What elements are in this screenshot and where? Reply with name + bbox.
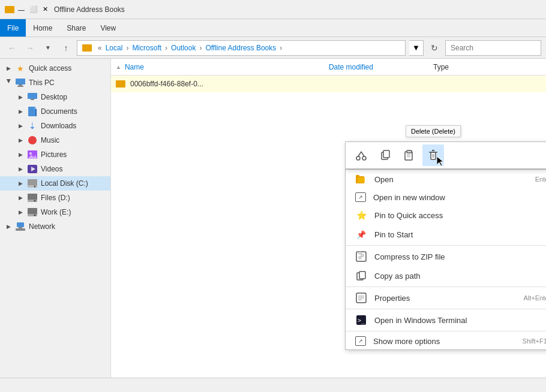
svg-point-9 xyxy=(29,152,32,155)
recent-locations-button[interactable]: ▼ xyxy=(41,41,55,55)
svg-rect-2 xyxy=(17,86,23,87)
sidebar-item-downloads[interactable]: ▶ ⇣ Downloads xyxy=(0,119,110,133)
context-show-more-shortcut: Shift+F10 xyxy=(523,337,546,345)
delete-button[interactable] xyxy=(422,144,444,166)
svg-rect-20 xyxy=(28,214,37,216)
svg-marker-40 xyxy=(437,156,443,166)
files-d-icon xyxy=(28,193,37,203)
col-name-header[interactable]: Name xyxy=(125,63,293,71)
svg-rect-4 xyxy=(31,99,34,100)
back-button[interactable]: ← xyxy=(5,41,19,55)
title-bar: — ⬜ ✕ Offline Address Books xyxy=(0,0,546,19)
compress-zip-icon xyxy=(355,251,367,263)
sidebar-item-pictures[interactable]: ▶ Pictures xyxy=(0,147,110,162)
sidebar-label-music: Music xyxy=(41,136,59,144)
title-maximize-icon[interactable]: ⬜ xyxy=(29,5,38,13)
path-local[interactable]: Local xyxy=(106,44,123,52)
title-minimize-icon[interactable]: — xyxy=(18,6,25,13)
separator-3 xyxy=(346,309,546,309)
main-layout: ▶ ★ Quick access ▶ This PC ▶ xyxy=(0,59,546,378)
sidebar-item-files-d[interactable]: ▶ Files (D:) xyxy=(0,191,110,205)
svg-rect-14 xyxy=(28,185,37,188)
sidebar-item-documents[interactable]: ▶ Documents xyxy=(0,104,110,119)
svg-rect-42 xyxy=(356,175,359,177)
title-close-icon[interactable]: ✕ xyxy=(43,5,48,13)
address-bar: ← → ▼ ↑ « Local › Microsoft › Outlook › … xyxy=(0,37,546,59)
separator-1 xyxy=(346,245,546,246)
context-menu-compress-zip[interactable]: Compress to ZIP file xyxy=(346,247,546,266)
svg-rect-0 xyxy=(16,79,25,85)
context-menu-properties[interactable]: Properties Alt+Enter xyxy=(346,288,546,307)
sidebar-label-this-pc: This PC xyxy=(29,79,55,87)
sidebar-item-videos[interactable]: ▶ Videos xyxy=(0,162,110,176)
files-d-arrow: ▶ xyxy=(17,194,24,201)
context-menu-show-more[interactable]: ↗ Show more options Shift+F10 xyxy=(346,333,546,349)
context-menu: Open Enter ↗ Open in new window ⭐ Pin to… xyxy=(345,169,546,350)
context-menu-open-terminal[interactable]: >_ Open in Windows Terminal xyxy=(346,310,546,330)
copy-button[interactable] xyxy=(374,144,396,166)
refresh-button[interactable]: ↻ xyxy=(427,41,442,55)
path-outlook[interactable]: Outlook xyxy=(171,44,196,52)
separator-4 xyxy=(346,331,546,331)
search-input[interactable] xyxy=(445,40,541,56)
separator-2 xyxy=(346,287,546,287)
context-menu-open[interactable]: Open Enter xyxy=(346,170,546,189)
context-pin-start-label: Pin to Start xyxy=(374,230,413,239)
address-path[interactable]: « Local › Microsoft › Outlook › Offline … xyxy=(77,40,406,56)
menu-item-share[interactable]: Share xyxy=(59,19,93,37)
local-disk-arrow: ▶ xyxy=(17,180,24,187)
menu-bar: File Home Share View xyxy=(0,19,546,37)
documents-arrow: ▶ xyxy=(17,108,24,115)
sidebar-item-local-disk-c[interactable]: ▶ Local Disk (C:) xyxy=(0,176,110,191)
svg-point-15 xyxy=(34,186,36,188)
context-terminal-label: Open in Windows Terminal xyxy=(374,316,467,325)
forward-button[interactable]: → xyxy=(23,41,37,55)
svg-rect-17 xyxy=(28,200,37,202)
table-row[interactable]: 0006bffd-f466-88ef-0... xyxy=(111,76,546,92)
address-dropdown[interactable]: ▼ xyxy=(409,40,424,56)
sidebar-item-quick-access[interactable]: ▶ ★ Quick access xyxy=(0,61,110,76)
context-menu-pin-start[interactable]: 📌 Pin to Start xyxy=(346,225,546,244)
svg-rect-43 xyxy=(358,177,365,183)
sidebar-item-work-e[interactable]: ▶ Work (E:) xyxy=(0,205,110,219)
context-copy-path-label: Copy as path xyxy=(374,272,421,281)
work-e-icon xyxy=(28,207,37,217)
sidebar-label-pictures: Pictures xyxy=(41,150,67,159)
menu-item-home[interactable]: Home xyxy=(26,19,59,37)
paste-button[interactable] xyxy=(398,144,420,166)
context-pin-quick-access-label: Pin to Quick access xyxy=(374,211,443,220)
context-menu-open-new-window[interactable]: ↗ Open in new window xyxy=(346,189,546,206)
sidebar-label-files-d: Files (D:) xyxy=(41,194,70,202)
svg-rect-23 xyxy=(19,227,22,228)
sidebar-label-network: Network xyxy=(29,222,55,231)
copy-path-icon xyxy=(355,270,367,282)
sidebar-item-network[interactable]: ▶ Network xyxy=(0,219,110,234)
menu-item-file[interactable]: File xyxy=(0,19,26,37)
menu-item-view[interactable]: View xyxy=(93,19,123,37)
sidebar-item-this-pc[interactable]: ▶ This PC xyxy=(0,76,110,90)
col-type-header[interactable]: Type xyxy=(433,63,449,71)
svg-rect-47 xyxy=(359,257,361,259)
up-button[interactable]: ↑ xyxy=(59,41,73,55)
context-menu-pin-quick-access[interactable]: ⭐ Pin to Quick access xyxy=(346,206,546,225)
sidebar-item-music[interactable]: ▶ Music xyxy=(0,133,110,147)
desktop-icon xyxy=(28,92,37,102)
sidebar-label-local-disk: Local Disk (C:) xyxy=(41,179,88,188)
col-date-header[interactable]: Date modified xyxy=(329,63,373,71)
path-oab[interactable]: Offline Address Books xyxy=(205,44,276,52)
path-microsoft[interactable]: Microsoft xyxy=(132,44,161,52)
status-bar xyxy=(0,378,546,392)
context-menu-copy-path[interactable]: Copy as path xyxy=(346,266,546,285)
sidebar-label-quick-access: Quick access xyxy=(29,64,71,73)
this-pc-arrow: ▶ xyxy=(5,79,12,86)
cut-button[interactable] xyxy=(350,144,372,166)
sidebar-item-desktop[interactable]: ▶ Desktop xyxy=(0,90,110,104)
documents-icon xyxy=(28,107,37,116)
pin-quick-access-icon: ⭐ xyxy=(355,209,367,221)
properties-icon xyxy=(355,292,367,304)
sidebar-label-documents: Documents xyxy=(41,107,77,116)
pc-icon xyxy=(16,78,25,88)
videos-icon xyxy=(28,164,37,174)
svg-rect-22 xyxy=(17,222,24,227)
star-icon: ★ xyxy=(16,64,25,73)
